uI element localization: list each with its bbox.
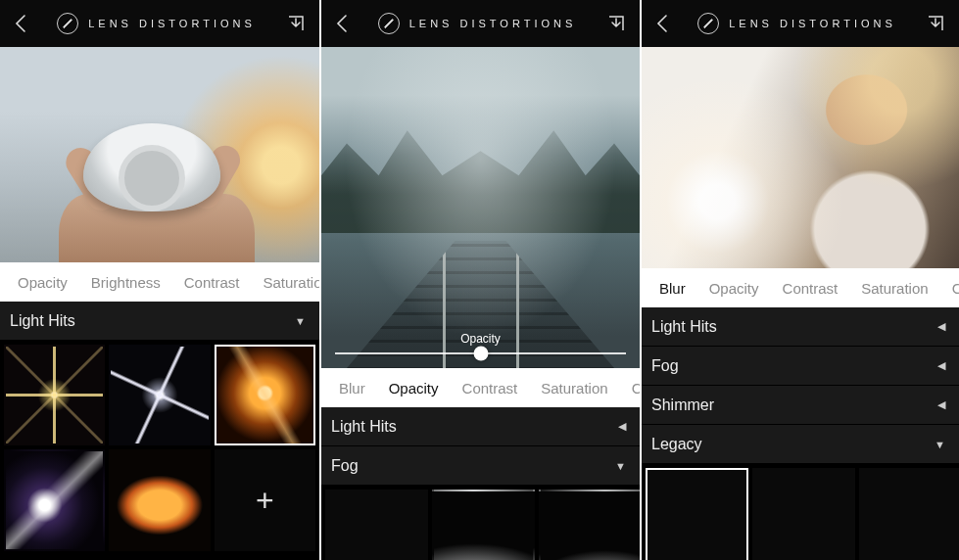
effect-thumb[interactable] bbox=[325, 490, 428, 560]
category-label: Light Hits bbox=[10, 312, 75, 330]
category-light-hits[interactable]: Light Hits ▼ bbox=[0, 302, 319, 341]
effect-thumb[interactable] bbox=[4, 449, 105, 550]
effect-thumbnails bbox=[642, 464, 959, 560]
tab-opacity[interactable]: Opacity bbox=[6, 274, 79, 291]
back-button[interactable] bbox=[655, 14, 668, 33]
chevron-down-icon: ▼ bbox=[615, 460, 626, 472]
app-logo-icon bbox=[57, 13, 78, 34]
app-title: LENS DISTORTIONS bbox=[88, 18, 256, 29]
slider-label: Opacity bbox=[460, 332, 501, 346]
effect-thumb[interactable] bbox=[4, 345, 105, 445]
chevron-left-icon: ◀ bbox=[937, 398, 945, 411]
effect-thumb[interactable] bbox=[109, 345, 210, 445]
tab-opacity[interactable]: Opacity bbox=[697, 280, 771, 297]
tab-contrast[interactable]: Contrast bbox=[172, 274, 252, 291]
tab-opacity[interactable]: Opacity bbox=[377, 380, 451, 397]
effect-thumb[interactable] bbox=[539, 490, 640, 560]
tab-saturation[interactable]: Saturation bbox=[529, 380, 619, 397]
app-logo-icon bbox=[697, 13, 719, 34]
chevron-left-icon: ◀ bbox=[937, 359, 945, 372]
screen-2: LENS DISTORTIONS Opacity Blur Opacity Co… bbox=[319, 0, 640, 560]
tab-contrast[interactable]: Contrast bbox=[771, 280, 850, 297]
effect-thumb[interactable] bbox=[109, 449, 210, 550]
app-header: LENS DISTORTIONS bbox=[642, 0, 959, 47]
tab-contrast[interactable]: Contrast bbox=[451, 380, 530, 397]
app-title: LENS DISTORTIONS bbox=[729, 18, 896, 29]
chevron-left-icon: ◀ bbox=[618, 420, 626, 433]
category-label: Legacy bbox=[651, 436, 702, 453]
chevron-down-icon: ▼ bbox=[295, 315, 306, 327]
app-header: LENS DISTORTIONS bbox=[321, 0, 640, 47]
tab-saturation[interactable]: Saturation bbox=[251, 274, 319, 291]
category-shimmer[interactable]: Shimmer ◀ bbox=[642, 386, 959, 425]
preview-image[interactable] bbox=[642, 47, 959, 268]
effect-thumb[interactable] bbox=[752, 468, 855, 560]
preview-image[interactable]: Opacity bbox=[321, 47, 640, 368]
effect-thumbnails: + bbox=[0, 341, 319, 560]
slider-handle[interactable] bbox=[473, 347, 488, 361]
category-light-hits[interactable]: Light Hits ◀ bbox=[321, 407, 640, 446]
screen-1: LENS DISTORTIONS Opacity Brightness Cont… bbox=[0, 0, 319, 560]
category-fog[interactable]: Fog ◀ bbox=[642, 347, 959, 386]
category-label: Fog bbox=[651, 357, 679, 375]
screen-3: LENS DISTORTIONS Blur Opacity Contrast S… bbox=[640, 0, 959, 560]
adjust-tabs: Blur Opacity Contrast Saturation Co bbox=[321, 368, 640, 407]
category-label: Fog bbox=[331, 457, 359, 475]
chevron-left-icon: ◀ bbox=[937, 320, 945, 333]
category-label: Light Hits bbox=[331, 418, 397, 436]
effect-thumb[interactable] bbox=[215, 345, 315, 445]
app-logo-icon bbox=[378, 13, 400, 34]
effect-thumb[interactable] bbox=[859, 468, 959, 560]
category-label: Light Hits bbox=[651, 318, 717, 336]
tab-saturation[interactable]: Saturation bbox=[849, 280, 939, 297]
export-button[interactable] bbox=[606, 14, 626, 33]
back-button[interactable] bbox=[335, 14, 348, 33]
export-button[interactable] bbox=[926, 14, 945, 33]
add-effect-button[interactable]: + bbox=[215, 449, 315, 550]
back-button[interactable] bbox=[14, 14, 26, 33]
tab-blur[interactable]: Blur bbox=[647, 280, 697, 297]
export-button[interactable] bbox=[286, 14, 306, 33]
effect-thumb[interactable] bbox=[646, 468, 748, 560]
chevron-down-icon: ▼ bbox=[935, 439, 945, 450]
app-title: LENS DISTORTIONS bbox=[409, 18, 577, 29]
app-header: LENS DISTORTIONS bbox=[0, 0, 319, 47]
category-legacy[interactable]: Legacy ▼ bbox=[642, 425, 959, 464]
category-fog[interactable]: Fog ▼ bbox=[321, 446, 640, 486]
category-label: Shimmer bbox=[651, 397, 714, 414]
preview-image[interactable] bbox=[0, 47, 319, 262]
adjust-tabs: Blur Opacity Contrast Saturation Co bbox=[642, 268, 959, 307]
adjust-tabs: Opacity Brightness Contrast Saturation bbox=[0, 262, 319, 302]
effect-thumb[interactable] bbox=[432, 490, 535, 560]
tab-more[interactable]: Co bbox=[620, 380, 640, 397]
effect-thumbnails bbox=[321, 486, 640, 560]
tab-brightness[interactable]: Brightness bbox=[79, 274, 172, 291]
tab-more[interactable]: Co bbox=[940, 280, 959, 297]
slider-track[interactable] bbox=[335, 352, 626, 354]
tab-blur[interactable]: Blur bbox=[327, 380, 377, 397]
category-light-hits[interactable]: Light Hits ◀ bbox=[642, 307, 959, 347]
opacity-slider[interactable]: Opacity bbox=[335, 332, 626, 354]
